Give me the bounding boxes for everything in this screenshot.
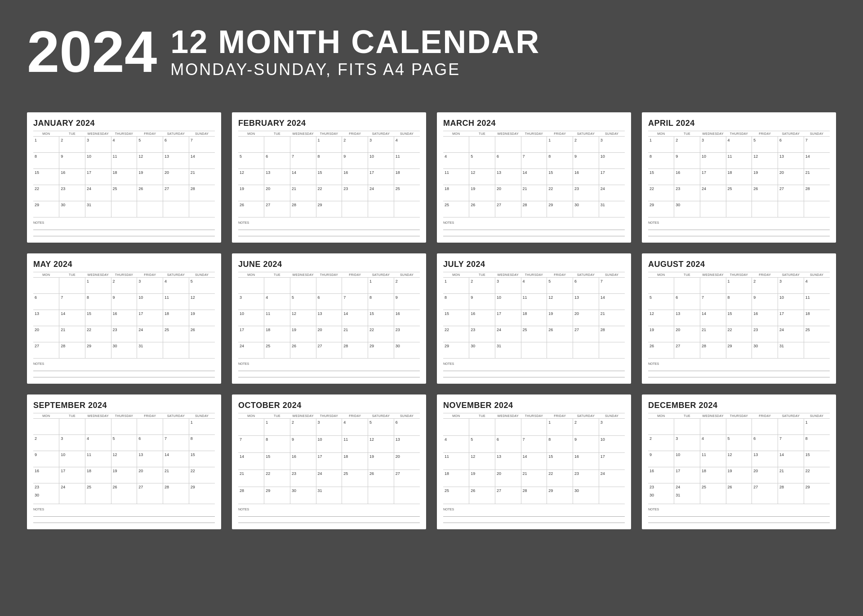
day-cell: 28	[238, 487, 264, 504]
day-cell: 28	[163, 483, 189, 504]
month-title: FEBRUARY 2024	[238, 119, 420, 128]
day-cell: 5	[137, 137, 163, 153]
day-cell: 9	[648, 451, 674, 467]
day-header-tue: TUE	[674, 272, 700, 278]
day-cell: 28	[189, 185, 215, 201]
day-cell	[599, 487, 625, 504]
day-cell	[290, 278, 316, 294]
day-header-mon: MON	[33, 272, 59, 278]
day-cell: 14	[599, 294, 625, 310]
day-cell: 11	[163, 294, 189, 310]
day-cell: 3	[599, 137, 625, 153]
day-cell: 11	[521, 294, 547, 310]
day-header-wed: WEDNESDAY	[495, 413, 521, 419]
day-cell: 10	[137, 294, 163, 310]
day-cell	[59, 278, 85, 294]
day-cell: 13	[778, 153, 804, 169]
day-cell: 5	[238, 153, 264, 169]
day-cell: 20	[33, 326, 59, 342]
day-header-mon: MON	[33, 413, 59, 419]
day-cell	[573, 342, 599, 359]
day-cell: 11	[700, 451, 726, 467]
day-cell: 3	[316, 419, 342, 436]
day-cell: 25	[521, 326, 547, 342]
calendar-table: MONTUEWEDNESDAYTHURSDAYFRIDAYSATURDAYSUN…	[443, 413, 625, 504]
day-header-thu: THURSDAY	[316, 131, 342, 137]
day-cell	[368, 201, 394, 217]
day-cell: 8	[33, 153, 59, 169]
notes-label: NOTES	[238, 221, 420, 224]
month-card-2: FEBRUARY 2024MONTUEWEDNESDAYTHURSDAYFRID…	[232, 112, 426, 243]
day-cell: 19	[137, 169, 163, 185]
day-cell: 7	[342, 294, 368, 310]
day-cell	[443, 137, 469, 153]
day-cell	[85, 419, 111, 435]
day-cell: 21	[59, 326, 85, 342]
notes-label: NOTES	[33, 362, 215, 365]
day-cell: 12	[137, 153, 163, 169]
day-cell: 7	[521, 436, 547, 453]
day-header-mon: MON	[443, 413, 469, 419]
day-cell	[804, 342, 830, 359]
day-cell: 17	[85, 169, 111, 185]
day-cell: 31	[599, 201, 625, 217]
day-header-sat: SATURDAY	[778, 413, 804, 419]
day-cell: 14	[238, 453, 264, 470]
day-cell	[778, 201, 804, 217]
day-cell: 31	[316, 487, 342, 504]
day-cell: 9	[573, 436, 599, 453]
day-cell: 18	[443, 185, 469, 201]
day-cell: 27	[495, 487, 521, 504]
day-cell: 18	[264, 326, 290, 342]
day-header-sun: SUNDAY	[189, 272, 215, 278]
day-cell: 31	[137, 342, 163, 359]
day-cell: 6	[394, 419, 420, 436]
month-title: OCTOBER 2024	[238, 401, 420, 410]
day-cell	[700, 201, 726, 217]
day-cell: 27	[752, 483, 778, 504]
day-cell	[700, 278, 726, 294]
calendar-table: MONTUEWEDNESDAYTHURSDAYFRIDAYSATURDAYSUN…	[33, 131, 215, 217]
day-cell: 24	[700, 185, 726, 201]
day-cell	[778, 419, 804, 435]
day-cell: 4	[521, 278, 547, 294]
day-cell	[726, 201, 752, 217]
month-title: JULY 2024	[443, 260, 625, 269]
day-cell: 10	[368, 153, 394, 169]
month-title: AUGUST 2024	[648, 260, 830, 269]
notes-label: NOTES	[648, 362, 830, 365]
day-cell: 18	[394, 169, 420, 185]
day-cell: 1	[547, 137, 573, 153]
day-header-tue: TUE	[264, 413, 290, 419]
day-cell: 15	[804, 451, 830, 467]
day-cell: 22	[547, 470, 573, 487]
day-cell: 9	[59, 153, 85, 169]
day-cell: 7	[59, 294, 85, 310]
month-title: JUNE 2024	[238, 260, 420, 269]
day-cell: 5	[752, 137, 778, 153]
day-cell	[804, 201, 830, 217]
day-header-tue: TUE	[59, 272, 85, 278]
day-header-thu: THURSDAY	[521, 272, 547, 278]
day-header-tue: TUE	[469, 272, 495, 278]
year-title: 2024	[27, 22, 157, 81]
day-header-sun: SUNDAY	[804, 413, 830, 419]
day-header-sun: SUNDAY	[599, 413, 625, 419]
day-cell	[189, 342, 215, 359]
day-cell: 24	[599, 470, 625, 487]
day-cell: 9	[469, 294, 495, 310]
day-cell	[599, 342, 625, 359]
notes-label: NOTES	[33, 221, 215, 224]
day-cell: 1	[33, 137, 59, 153]
day-cell	[111, 201, 137, 217]
calendar-table: MONTUEWEDNESDAYTHURSDAYFRIDAYSATURDAYSUN…	[648, 413, 830, 504]
notes-section: NOTES	[443, 221, 625, 238]
day-cell: 11	[804, 294, 830, 310]
day-cell: 10	[599, 436, 625, 453]
day-cell: 10	[700, 153, 726, 169]
day-header-wed: WEDNESDAY	[700, 131, 726, 137]
day-cell: 15	[264, 453, 290, 470]
day-cell: 3	[700, 137, 726, 153]
day-cell: 31	[85, 201, 111, 217]
day-cell: 10	[59, 451, 85, 467]
